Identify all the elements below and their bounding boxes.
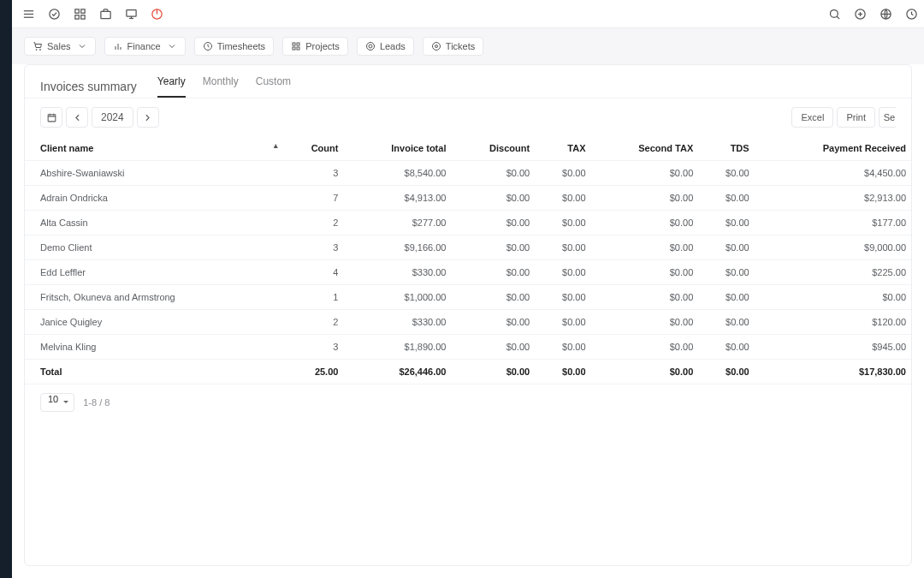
tab-custom[interactable]: Custom — [256, 75, 291, 98]
total-second-tax: $0.00 — [591, 360, 699, 384]
svg-rect-9 — [126, 9, 135, 16]
clock-icon[interactable] — [903, 6, 919, 21]
cell-tds: $0.00 — [698, 335, 754, 360]
projects-icon — [291, 41, 301, 51]
table-row[interactable]: Demo Client3$9,166.00$0.00$0.00$0.00$0.0… — [25, 235, 911, 260]
search-icon[interactable] — [826, 6, 842, 21]
svg-rect-4 — [74, 9, 78, 12]
nav-projects[interactable]: Projects — [282, 37, 348, 56]
col-count[interactable]: Count — [281, 136, 343, 161]
svg-rect-5 — [80, 9, 84, 12]
tabs: Yearly Monthly Custom — [157, 75, 291, 98]
total-label: Total — [25, 360, 281, 384]
table-row[interactable]: Edd Leffler4$330.00$0.00$0.00$0.00$0.00$… — [25, 260, 911, 285]
calendar-button[interactable] — [40, 107, 62, 128]
nav-finance[interactable]: Finance — [104, 37, 186, 56]
globe-icon[interactable] — [878, 6, 893, 21]
cell-payment-received: $0.00 — [755, 285, 911, 310]
pager: 10 1-8 / 8 — [25, 384, 911, 420]
page-card: Invoices summary Yearly Monthly Custom 2… — [24, 64, 912, 566]
add-circle-icon[interactable] — [852, 6, 868, 21]
print-button[interactable]: Print — [837, 107, 875, 128]
cell-tax: $0.00 — [535, 161, 590, 186]
cell-payment-received: $2,913.00 — [755, 186, 911, 211]
cell-tds: $0.00 — [698, 285, 754, 310]
main-area: Sales Finance Timesheets Projects Leads — [12, 0, 924, 578]
col-tax[interactable]: TAX — [535, 136, 590, 161]
cell-tds: $0.00 — [698, 186, 754, 211]
cell-invoice-total: $4,913.00 — [343, 186, 451, 211]
nav-label: Projects — [305, 41, 340, 51]
col-client[interactable]: Client name▴ — [25, 136, 281, 161]
cell-discount: $0.00 — [451, 310, 535, 335]
nav-timesheets[interactable]: Timesheets — [194, 37, 274, 56]
check-circle-icon[interactable] — [46, 6, 62, 21]
cell-payment-received: $177.00 — [755, 211, 911, 235]
excel-button[interactable]: Excel — [791, 107, 833, 128]
svg-point-32 — [366, 43, 374, 51]
cell-tax: $0.00 — [535, 285, 590, 310]
cell-client: Abshire-Swaniawski — [25, 161, 281, 186]
table-row[interactable]: Fritsch, Okuneva and Armstrong1$1,000.00… — [25, 285, 911, 310]
monitor-icon[interactable] — [123, 6, 139, 21]
col-second-tax[interactable]: Second TAX — [591, 136, 699, 161]
cell-tds: $0.00 — [698, 161, 754, 186]
nav-leads[interactable]: Leads — [357, 37, 414, 56]
tab-yearly[interactable]: Yearly — [157, 75, 186, 98]
prev-year-button[interactable] — [66, 107, 88, 128]
cell-count: 1 — [281, 285, 343, 310]
power-icon[interactable] — [149, 6, 164, 21]
cell-count: 2 — [281, 310, 343, 335]
cell-discount: $0.00 — [451, 285, 535, 310]
svg-rect-36 — [48, 114, 56, 121]
cell-second-tax: $0.00 — [591, 285, 699, 310]
cell-second-tax: $0.00 — [591, 161, 699, 186]
table-total-row: Total25.00$26,446.00$0.00$0.00$0.00$0.00… — [25, 360, 911, 384]
svg-rect-31 — [297, 47, 299, 50]
cell-discount: $0.00 — [451, 235, 535, 260]
nav-sales[interactable]: Sales — [24, 37, 96, 56]
cell-client: Demo Client — [25, 235, 281, 260]
total-count: 25.00 — [281, 360, 343, 384]
cell-client: Janice Quigley — [25, 310, 281, 335]
cell-payment-received: $4,450.00 — [755, 161, 911, 186]
cell-tax: $0.00 — [535, 260, 590, 285]
col-tds[interactable]: TDS — [698, 136, 754, 161]
col-payment-received[interactable]: Payment Received — [755, 136, 911, 161]
page-size-select[interactable]: 10 — [40, 393, 74, 412]
table-row[interactable]: Abshire-Swaniawski3$8,540.00$0.00$0.00$0… — [25, 161, 911, 186]
cell-count: 2 — [281, 211, 343, 235]
total-tax: $0.00 — [535, 360, 590, 384]
svg-line-15 — [837, 16, 839, 19]
chart-icon — [113, 41, 123, 51]
cell-count: 7 — [281, 186, 343, 211]
ticket-icon — [431, 41, 441, 51]
table-header-row: Client name▴ Count Invoice total Discoun… — [25, 136, 911, 161]
cell-count: 3 — [281, 235, 343, 260]
nav-label: Leads — [380, 41, 406, 51]
cell-second-tax: $0.00 — [591, 335, 699, 360]
cell-client: Adrain Ondricka — [25, 186, 281, 211]
table-row[interactable]: Melvina Kling3$1,890.00$0.00$0.00$0.00$0… — [25, 335, 911, 360]
year-display[interactable]: 2024 — [92, 107, 133, 128]
next-year-button[interactable] — [137, 107, 159, 128]
table-wrap: Client name▴ Count Invoice total Discoun… — [25, 136, 911, 384]
card-head: Invoices summary Yearly Monthly Custom — [25, 65, 911, 98]
cell-tax: $0.00 — [535, 186, 590, 211]
table-row[interactable]: Janice Quigley2$330.00$0.00$0.00$0.00$0.… — [25, 310, 911, 335]
table-row[interactable]: Adrain Ondricka7$4,913.00$0.00$0.00$0.00… — [25, 186, 911, 211]
cell-count: 3 — [281, 161, 343, 186]
table-row[interactable]: Alta Cassin2$277.00$0.00$0.00$0.00$0.00$… — [25, 211, 911, 235]
total-discount: $0.00 — [451, 360, 535, 384]
nav-tickets[interactable]: Tickets — [423, 37, 483, 56]
grid-icon[interactable] — [72, 6, 87, 21]
tab-monthly[interactable]: Monthly — [203, 75, 239, 98]
cart-icon — [33, 41, 43, 51]
briefcase-icon[interactable] — [98, 6, 113, 21]
cell-discount: $0.00 — [451, 260, 535, 285]
svg-point-22 — [36, 50, 37, 51]
col-discount[interactable]: Discount — [451, 136, 535, 161]
search-button[interactable]: Se — [879, 107, 896, 128]
col-invoice-total[interactable]: Invoice total — [343, 136, 451, 161]
menu-icon[interactable] — [21, 6, 36, 21]
